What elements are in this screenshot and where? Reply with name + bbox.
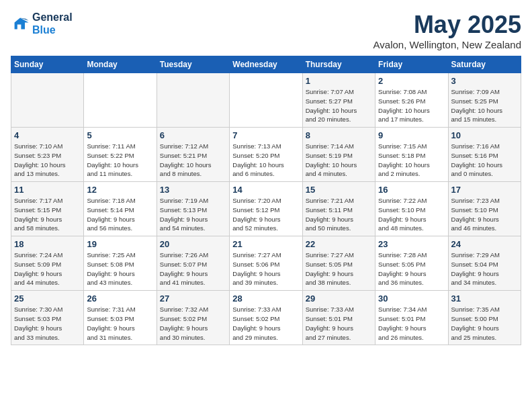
day-info: Sunrise: 7:21 AM Sunset: 5:11 PM Dayligh… [306,196,372,233]
day-info: Sunrise: 7:25 AM Sunset: 5:08 PM Dayligh… [87,250,153,287]
day-number: 21 [232,239,299,249]
day-info: Sunrise: 7:22 AM Sunset: 5:10 PM Dayligh… [378,196,445,233]
logo-text: General Blue [32,11,73,36]
calendar-cell: 17Sunrise: 7:23 AM Sunset: 5:10 PM Dayli… [448,182,521,236]
calendar-cell: 22Sunrise: 7:27 AM Sunset: 5:05 PM Dayli… [302,236,375,291]
calendar-cell: 14Sunrise: 7:20 AM Sunset: 5:12 PM Dayli… [230,182,302,236]
calendar-cell: 11Sunrise: 7:17 AM Sunset: 5:15 PM Dayli… [11,182,84,236]
calendar-cell: 23Sunrise: 7:28 AM Sunset: 5:05 PM Dayli… [375,236,448,291]
weekday-header-monday: Monday [84,56,157,73]
calendar-cell: 7Sunrise: 7:13 AM Sunset: 5:20 PM Daylig… [230,128,302,182]
calendar-week-row: 25Sunrise: 7:30 AM Sunset: 5:03 PM Dayli… [11,291,521,345]
day-info: Sunrise: 7:23 AM Sunset: 5:10 PM Dayligh… [451,196,518,233]
calendar-cell: 15Sunrise: 7:21 AM Sunset: 5:11 PM Dayli… [302,182,375,236]
calendar-cell: 18Sunrise: 7:24 AM Sunset: 5:09 PM Dayli… [11,236,84,291]
day-info: Sunrise: 7:14 AM Sunset: 5:19 PM Dayligh… [306,142,372,179]
day-number: 18 [14,239,81,249]
location-subtitle: Avalon, Wellington, New Zealand [373,39,521,50]
calendar-cell: 29Sunrise: 7:33 AM Sunset: 5:01 PM Dayli… [302,291,375,345]
weekday-header-sunday: Sunday [11,56,84,73]
calendar-cell: 5Sunrise: 7:11 AM Sunset: 5:22 PM Daylig… [84,128,157,182]
day-info: Sunrise: 7:15 AM Sunset: 5:18 PM Dayligh… [378,142,445,179]
title-block: May 2025 Avalon, Wellington, New Zealand [373,11,521,50]
day-number: 9 [378,130,445,140]
day-info: Sunrise: 7:32 AM Sunset: 5:02 PM Dayligh… [160,305,226,342]
day-info: Sunrise: 7:20 AM Sunset: 5:12 PM Dayligh… [232,196,299,233]
calendar-cell: 26Sunrise: 7:31 AM Sunset: 5:03 PM Dayli… [84,291,157,345]
day-info: Sunrise: 7:34 AM Sunset: 5:01 PM Dayligh… [378,305,445,342]
day-number: 23 [378,239,445,249]
day-number: 11 [14,185,81,195]
weekday-header-thursday: Thursday [302,56,375,73]
calendar-cell: 28Sunrise: 7:33 AM Sunset: 5:02 PM Dayli… [230,291,302,345]
day-number: 26 [87,293,153,304]
calendar-cell: 12Sunrise: 7:18 AM Sunset: 5:14 PM Dayli… [84,182,157,236]
day-number: 3 [451,76,518,86]
calendar-cell [11,73,84,128]
day-info: Sunrise: 7:33 AM Sunset: 5:02 PM Dayligh… [232,305,299,342]
day-info: Sunrise: 7:26 AM Sunset: 5:07 PM Dayligh… [160,250,226,287]
calendar-cell: 30Sunrise: 7:34 AM Sunset: 5:01 PM Dayli… [375,291,448,345]
calendar-cell: 10Sunrise: 7:16 AM Sunset: 5:16 PM Dayli… [448,128,521,182]
day-number: 7 [232,130,299,140]
calendar-cell: 20Sunrise: 7:26 AM Sunset: 5:07 PM Dayli… [157,236,229,291]
day-number: 24 [451,239,518,249]
day-number: 28 [232,293,299,304]
calendar-cell: 19Sunrise: 7:25 AM Sunset: 5:08 PM Dayli… [84,236,157,291]
day-number: 4 [14,130,81,140]
calendar-cell: 27Sunrise: 7:32 AM Sunset: 5:02 PM Dayli… [157,291,229,345]
day-number: 25 [14,293,81,304]
calendar-cell: 8Sunrise: 7:14 AM Sunset: 5:19 PM Daylig… [302,128,375,182]
day-info: Sunrise: 7:31 AM Sunset: 5:03 PM Dayligh… [87,305,153,342]
day-info: Sunrise: 7:24 AM Sunset: 5:09 PM Dayligh… [14,250,81,287]
day-info: Sunrise: 7:27 AM Sunset: 5:05 PM Dayligh… [306,250,372,287]
day-info: Sunrise: 7:17 AM Sunset: 5:15 PM Dayligh… [14,196,81,233]
calendar-cell: 21Sunrise: 7:27 AM Sunset: 5:06 PM Dayli… [230,236,302,291]
day-number: 30 [378,293,445,304]
calendar-cell: 9Sunrise: 7:15 AM Sunset: 5:18 PM Daylig… [375,128,448,182]
day-number: 19 [87,239,153,249]
calendar-cell: 2Sunrise: 7:08 AM Sunset: 5:26 PM Daylig… [375,73,448,128]
day-info: Sunrise: 7:19 AM Sunset: 5:13 PM Dayligh… [160,196,226,233]
calendar-cell: 1Sunrise: 7:07 AM Sunset: 5:27 PM Daylig… [302,73,375,128]
calendar-week-row: 4Sunrise: 7:10 AM Sunset: 5:23 PM Daylig… [11,128,521,182]
calendar-cell: 6Sunrise: 7:12 AM Sunset: 5:21 PM Daylig… [157,128,229,182]
weekday-header-row: SundayMondayTuesdayWednesdayThursdayFrid… [11,56,521,73]
weekday-header-saturday: Saturday [448,56,521,73]
calendar-week-row: 11Sunrise: 7:17 AM Sunset: 5:15 PM Dayli… [11,182,521,236]
calendar-cell [157,73,229,128]
calendar-cell: 4Sunrise: 7:10 AM Sunset: 5:23 PM Daylig… [11,128,84,182]
day-info: Sunrise: 7:29 AM Sunset: 5:04 PM Dayligh… [451,250,518,287]
day-info: Sunrise: 7:16 AM Sunset: 5:16 PM Dayligh… [451,142,518,179]
calendar-table: SundayMondayTuesdayWednesdayThursdayFrid… [11,56,521,345]
day-number: 29 [306,293,372,304]
day-number: 17 [451,185,518,195]
day-info: Sunrise: 7:33 AM Sunset: 5:01 PM Dayligh… [306,305,372,342]
calendar-cell: 13Sunrise: 7:19 AM Sunset: 5:13 PM Dayli… [157,182,229,236]
day-number: 6 [160,130,226,140]
day-info: Sunrise: 7:30 AM Sunset: 5:03 PM Dayligh… [14,305,81,342]
calendar-cell: 31Sunrise: 7:35 AM Sunset: 5:00 PM Dayli… [448,291,521,345]
day-number: 15 [306,185,372,195]
day-number: 13 [160,185,226,195]
day-number: 31 [451,293,518,304]
day-info: Sunrise: 7:11 AM Sunset: 5:22 PM Dayligh… [87,142,153,179]
day-info: Sunrise: 7:12 AM Sunset: 5:21 PM Dayligh… [160,142,226,179]
day-info: Sunrise: 7:35 AM Sunset: 5:00 PM Dayligh… [451,305,518,342]
day-number: 14 [232,185,299,195]
calendar-week-row: 18Sunrise: 7:24 AM Sunset: 5:09 PM Dayli… [11,236,521,291]
day-number: 2 [378,76,445,86]
day-info: Sunrise: 7:28 AM Sunset: 5:05 PM Dayligh… [378,250,445,287]
page-header: General Blue May 2025 Avalon, Wellington… [11,11,521,50]
day-info: Sunrise: 7:08 AM Sunset: 5:26 PM Dayligh… [378,87,445,124]
weekday-header-wednesday: Wednesday [230,56,302,73]
logo-icon [11,14,30,33]
day-info: Sunrise: 7:10 AM Sunset: 5:23 PM Dayligh… [14,142,81,179]
day-info: Sunrise: 7:09 AM Sunset: 5:25 PM Dayligh… [451,87,518,124]
logo: General Blue [11,11,73,36]
day-number: 16 [378,185,445,195]
day-number: 27 [160,293,226,304]
day-number: 10 [451,130,518,140]
day-info: Sunrise: 7:13 AM Sunset: 5:20 PM Dayligh… [232,142,299,179]
day-info: Sunrise: 7:18 AM Sunset: 5:14 PM Dayligh… [87,196,153,233]
